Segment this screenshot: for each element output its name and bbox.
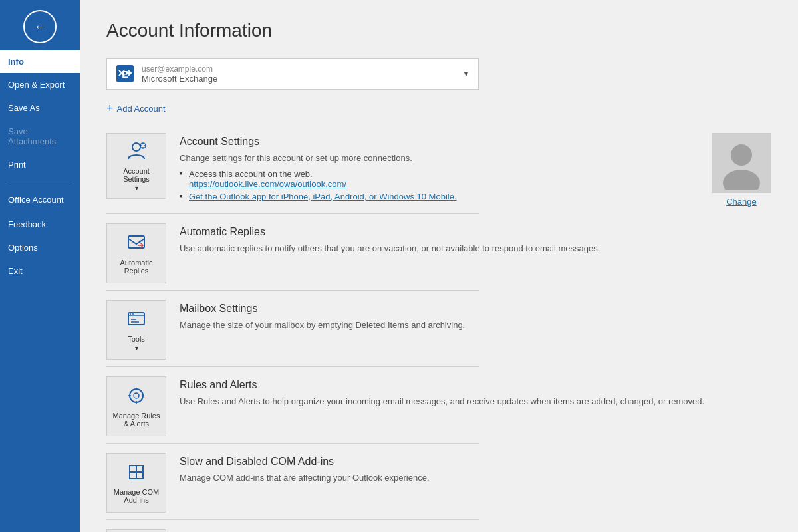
section-separator-4	[106, 443, 479, 444]
section-separator-2	[106, 290, 479, 291]
sidebar-item-save-as[interactable]: Save As	[0, 96, 80, 120]
automatic-replies-label: Automatic Replies	[110, 259, 162, 275]
com-addins-title: Slow and Disabled COM Add-ins	[180, 456, 771, 467]
manage-addins-button[interactable]: Manage Add-ins	[106, 529, 166, 532]
automatic-replies-title: Automatic Replies	[180, 226, 771, 238]
svg-point-15	[130, 389, 143, 402]
account-type: Microsoft Exchange	[142, 74, 462, 84]
svg-rect-22	[136, 466, 143, 472]
sidebar-item-feedback[interactable]: Feedback	[0, 213, 80, 236]
sidebar-item-options[interactable]: Options	[0, 236, 80, 259]
rules-alerts-desc: Use Rules and Alerts to help organize yo…	[180, 395, 771, 408]
account-settings-button[interactable]: Account Settings ▾	[106, 133, 166, 199]
com-addins-section: Manage COM Add-ins Slow and Disabled COM…	[106, 453, 771, 513]
sidebar-item-exit[interactable]: Exit	[0, 259, 80, 283]
automatic-replies-content: Automatic Replies Use automatic replies …	[180, 223, 771, 255]
sidebar-item-info[interactable]: Info	[0, 50, 80, 73]
add-account-button[interactable]: + Add Account	[106, 98, 166, 120]
svg-point-9	[723, 170, 760, 190]
account-settings-desc: Change settings for this account or set …	[180, 152, 698, 165]
sidebar-item-open-export[interactable]: Open & Export	[0, 73, 80, 96]
automatic-replies-button[interactable]: Automatic Replies	[106, 223, 166, 283]
manage-rules-button[interactable]: Manage Rules & Alerts	[106, 376, 166, 436]
profile-area: Change	[712, 133, 771, 207]
svg-point-14	[132, 313, 134, 315]
account-settings-label: Account Settings	[110, 167, 162, 183]
com-addins-label: Manage COM Add-ins	[110, 488, 162, 504]
tools-button[interactable]: Tools ▾	[106, 300, 166, 360]
back-button[interactable]: ←	[23, 10, 57, 43]
automatic-replies-icon	[126, 232, 147, 255]
profile-picture	[712, 133, 771, 193]
com-addins-icon	[126, 462, 147, 484]
tools-icon	[126, 309, 147, 331]
account-settings-section: Account Settings ▾ Account Settings Chan…	[106, 133, 771, 207]
list-item-app: Get the Outlook app for iPhone, iPad, An…	[180, 192, 698, 201]
rules-alerts-section: Manage Rules & Alerts Rules and Alerts U…	[106, 376, 771, 436]
account-email: user@example.com	[142, 65, 462, 74]
account-settings-list: Access this account on the web. https://…	[180, 169, 698, 201]
sidebar-item-office-account[interactable]: Office Account	[0, 188, 80, 213]
account-selector[interactable]: E user@example.com Microsoft Exchange ▼	[106, 58, 479, 90]
tools-label: Tools	[128, 335, 145, 343]
account-chevron-icon: ▼	[462, 69, 470, 78]
rules-alerts-content: Rules and Alerts Use Rules and Alerts to…	[180, 376, 771, 408]
account-settings-content: Account Settings Change settings for thi…	[180, 133, 698, 204]
add-icon: +	[106, 102, 114, 116]
manage-rules-label: Manage Rules & Alerts	[110, 412, 162, 428]
mobile-app-link[interactable]: Get the Outlook app for iPhone, iPad, An…	[189, 192, 457, 201]
svg-rect-21	[130, 466, 136, 472]
rules-alerts-title: Rules and Alerts	[180, 379, 771, 391]
svg-point-16	[134, 393, 139, 398]
mailbox-settings-section: Tools ▾ Mailbox Settings Manage the size…	[106, 300, 771, 360]
svg-point-2	[132, 143, 140, 151]
sidebar: ← Info Open & Export Save As Save Attach…	[0, 0, 80, 532]
section-separator-5	[106, 519, 479, 520]
account-settings-chevron-icon: ▾	[135, 184, 138, 192]
mailbox-settings-desc: Manage the size of your mailbox by empty…	[180, 319, 771, 332]
svg-point-8	[731, 144, 752, 166]
list-item-web: Access this account on the web. https://…	[180, 169, 698, 189]
manage-addins-section: Manage Add-ins Manage Add-ins Manage and…	[106, 529, 771, 532]
com-addins-button[interactable]: Manage COM Add-ins	[106, 453, 166, 513]
sidebar-divider-1	[7, 182, 73, 182]
owa-link[interactable]: https://outlook.live.com/owa/outlook.com…	[189, 179, 346, 189]
sidebar-item-print[interactable]: Print	[0, 153, 80, 176]
svg-rect-23	[130, 472, 136, 479]
mailbox-settings-content: Mailbox Settings Manage the size of your…	[180, 300, 771, 332]
automatic-replies-section: Automatic Replies Automatic Replies Use …	[106, 223, 771, 283]
svg-point-13	[130, 313, 131, 315]
com-addins-desc: Manage COM add-ins that are affecting yo…	[180, 471, 771, 485]
add-account-label: Add Account	[117, 104, 166, 114]
exchange-icon: E	[115, 64, 135, 84]
account-settings-title: Account Settings	[180, 136, 698, 148]
section-separator-3	[106, 366, 479, 367]
sidebar-item-save-attachments: Save Attachments	[0, 120, 80, 153]
main-content: Account Information E user@example.com M…	[80, 0, 798, 532]
com-addins-content: Slow and Disabled COM Add-ins Manage COM…	[180, 453, 771, 485]
page-title: Account Information	[106, 20, 771, 41]
manage-addins-content: Manage Add-ins Manage and acquire Web Ad…	[180, 529, 771, 532]
profile-change-link[interactable]: Change	[726, 197, 757, 207]
section-separator-1	[106, 213, 479, 214]
svg-rect-24	[136, 472, 143, 479]
automatic-replies-desc: Use automatic replies to notify others t…	[180, 242, 771, 255]
tools-chevron-icon: ▾	[135, 344, 138, 352]
rules-icon	[126, 385, 147, 408]
mailbox-settings-title: Mailbox Settings	[180, 303, 771, 315]
account-info: user@example.com Microsoft Exchange	[142, 65, 462, 84]
account-settings-icon	[126, 140, 147, 163]
